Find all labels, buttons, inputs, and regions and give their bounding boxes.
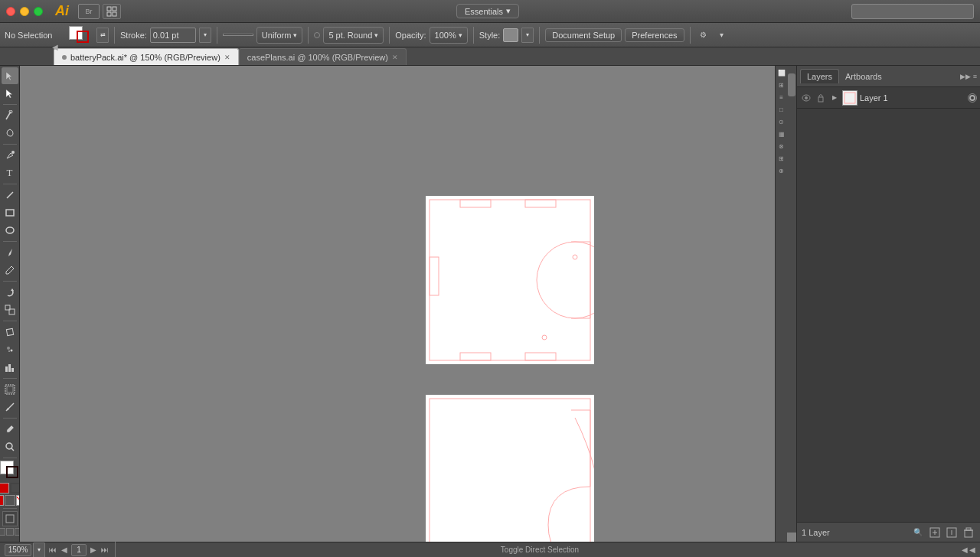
last-page-button[interactable]: ⏭ [100,546,109,554]
svg-rect-38 [430,399,590,542]
tab-close-caseplans[interactable]: ✕ [392,54,398,61]
layer-lock-toggle[interactable] [815,92,827,104]
zoom-dropdown[interactable]: ▾ [33,542,45,558]
close-button[interactable] [6,7,15,16]
bridge-icon[interactable]: Br [78,4,100,19]
document-setup-button[interactable]: Document Setup [545,28,622,42]
artboard-next-button[interactable]: ◀ [969,546,975,554]
layers-panel: Layers Artboards ▶▶ ≡ ▶ Layer 1 [796,66,980,542]
prev-page-button[interactable]: ◀ [60,546,68,554]
pencil-tool[interactable] [2,262,18,278]
layer-expand-toggle[interactable]: ▶ [829,93,840,103]
style-dropdown-button[interactable]: ▾ [521,28,534,43]
maximize-button[interactable] [34,7,43,16]
minimize-button[interactable] [20,7,29,16]
type-tool[interactable]: T [2,164,18,181]
new-layer-icon[interactable] [928,526,942,539]
rectangle-tool[interactable] [2,204,18,221]
essentials-button[interactable]: Essentials ▾ [456,4,519,18]
scale-tool[interactable] [2,301,18,318]
panel-btn6[interactable]: ▦ [776,129,787,139]
color-stroke-button[interactable] [10,483,20,493]
stroke-cap-dropdown[interactable]: 5 pt. Round [323,27,384,44]
gradient-button[interactable] [5,495,15,506]
opacity-dropdown[interactable]: 100% [430,27,468,44]
scrollbar-thumb-v[interactable] [788,73,795,96]
stroke-width-input[interactable] [150,28,196,43]
tab-batterypack[interactable]: batteryPack.ai* @ 150% (RGB/Preview) ✕ [54,48,239,65]
line-tool[interactable] [2,187,18,204]
tab-caseplans[interactable]: casePlans.ai @ 100% (RGB/Preview) ✕ [239,48,407,65]
delete-layer-icon[interactable] [962,526,975,539]
color-fill-button[interactable] [0,483,9,493]
titlebar: Ai Br Essentials ▾ [0,0,980,23]
zoom-input[interactable] [5,544,31,556]
first-page-button[interactable]: ⏮ [48,546,57,554]
fill-stroke-indicator[interactable] [69,26,93,44]
symbol-tool[interactable] [2,341,18,358]
artboard-1 [426,196,594,364]
color-mode-button[interactable] [0,495,4,506]
svg-rect-16 [6,328,13,335]
direct-selection-tool[interactable] [2,85,18,102]
stroke-color-box[interactable] [77,31,89,43]
eyedropper-tool[interactable] [2,421,18,438]
color-indicator[interactable] [0,461,20,480]
panel-collapse-icon[interactable]: ◀ [52,43,58,51]
panel-btn7[interactable]: ⊗ [776,141,787,151]
panel-btn2[interactable]: ⊞ [776,80,787,90]
canvas-area[interactable]: ⬜ ⊞ ≡ □ ⊙ ▦ ⊗ ⊞ ⊕ [20,66,796,542]
free-transform-tool[interactable] [2,324,18,340]
preferences-button[interactable]: Preferences [625,28,684,42]
layer-row-1[interactable]: ▶ Layer 1 [797,87,980,109]
graph-tool[interactable] [2,359,18,376]
status-text: Toggle Direct Selection [121,546,959,554]
page-input[interactable] [71,544,87,556]
svg-rect-10 [6,210,14,216]
paintbrush-tool[interactable] [2,244,18,261]
panel-btn8[interactable]: ⊞ [776,153,787,164]
slice-tool[interactable] [2,399,18,415]
stroke-dropdown-button[interactable]: ▾ [199,28,211,43]
arrange-icon[interactable] [103,4,121,19]
layers-tab-icons: ▶▶ ≡ [960,73,977,80]
view-options-button[interactable]: ⚙ [696,28,711,43]
pen-tool[interactable] [2,147,18,164]
lasso-tool[interactable] [2,125,18,142]
stroke-style-dropdown[interactable]: Uniform [256,27,303,44]
layers-search-icon[interactable]: 🔍 [911,526,925,539]
layer-target-indicator[interactable] [968,93,977,103]
panel-btn3[interactable]: ≡ [776,92,787,103]
panel-btn5[interactable]: ⊙ [776,116,787,127]
search-input[interactable] [851,4,974,19]
artboard-prev-button[interactable]: ◀ [962,546,968,554]
panel-toggle-button[interactable]: ▾ [714,28,730,43]
panel-btn9[interactable]: ⊕ [776,165,787,176]
magic-wand-tool[interactable] [2,107,18,124]
extra-btn1[interactable] [0,528,5,536]
style-box[interactable] [503,28,518,42]
next-page-button[interactable]: ▶ [90,546,97,554]
tab-close-batterypack[interactable]: ✕ [224,54,230,61]
right-panel-strip: ⬜ ⊞ ≡ □ ⊙ ▦ ⊗ ⊞ ⊕ [775,66,787,542]
extra-btn3[interactable] [15,528,21,536]
rotate-tool[interactable] [2,284,18,301]
tab-artboards[interactable]: Artboards [839,70,888,83]
layers-menu-icon[interactable]: ≡ [973,73,977,80]
svg-point-26 [6,443,12,449]
layer-visibility-toggle[interactable] [800,92,812,104]
selection-tool[interactable] [2,67,18,84]
zoom-tool[interactable] [2,438,18,455]
swap-fill-stroke-button[interactable]: ⇄ [96,28,109,43]
layers-move-down-icon[interactable] [945,526,959,539]
panel-btn4[interactable]: □ [776,104,787,115]
stroke-indicator[interactable] [6,466,18,478]
panel-btn1[interactable]: ⬜ [776,67,787,78]
artboard-tool[interactable] [2,381,18,398]
ellipse-tool[interactable] [2,222,18,239]
tab-layers[interactable]: Layers [800,69,839,83]
extra-btn2[interactable] [6,528,14,536]
layers-expand-icon[interactable]: ▶▶ [960,73,971,80]
vertical-scrollbar[interactable] [787,66,796,533]
drawing-mode-button[interactable] [2,511,18,526]
